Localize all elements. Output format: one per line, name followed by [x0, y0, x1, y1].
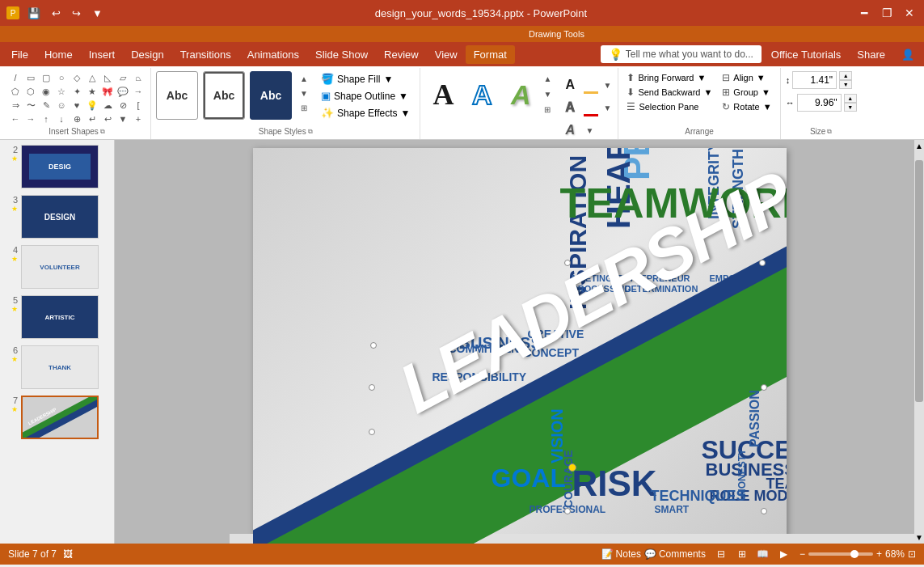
customize-qat-button[interactable]: ▼: [89, 6, 106, 21]
wordart-scroll-up[interactable]: ▲: [542, 71, 553, 86]
slide-thumb-4[interactable]: 4 ★ VOLUNTEER: [3, 243, 111, 290]
rotation-handle[interactable]: [568, 463, 576, 472]
slide-thumb-5[interactable]: 5 ★ ARTISTIC: [3, 294, 111, 341]
minimize-button[interactable]: ━: [856, 5, 872, 21]
oval-shape[interactable]: ○: [54, 71, 69, 84]
star-shape[interactable]: ☆: [54, 85, 69, 98]
no-sym[interactable]: ⊘: [116, 99, 130, 112]
size-expand[interactable]: ⧉: [827, 128, 832, 136]
undo-button[interactable]: ↩: [49, 6, 64, 21]
v-scrollbar[interactable]: ▲ ▼: [914, 140, 924, 544]
office-tutorials-button[interactable]: Office Tutorials: [765, 45, 847, 64]
width-spin-up[interactable]: ▲: [844, 94, 857, 103]
tab-view[interactable]: View: [427, 45, 466, 64]
share-icon[interactable]: 👤: [895, 45, 921, 64]
diamond-shape[interactable]: ◇: [70, 71, 84, 84]
wordart-expand[interactable]: ⊞: [542, 102, 553, 116]
uturn-arr[interactable]: ↩: [100, 112, 115, 125]
share-button[interactable]: Share: [850, 45, 892, 64]
wordart-a-shadow[interactable]: A: [503, 71, 538, 118]
tell-me-input[interactable]: 💡 Tell me what you want to do...: [601, 45, 762, 63]
left-arr[interactable]: ←: [8, 112, 23, 125]
shape-styles-expand[interactable]: ⧉: [308, 128, 313, 136]
bent-arr[interactable]: ↵: [85, 112, 99, 125]
height-spin-down[interactable]: ▼: [839, 80, 852, 89]
tab-review[interactable]: Review: [376, 45, 427, 64]
selection-pane-button[interactable]: ☰ Selection Pane: [623, 100, 715, 113]
right-tri-shape[interactable]: ◺: [100, 71, 115, 84]
height-spin-up[interactable]: ▲: [839, 71, 852, 80]
slide-sorter-btn[interactable]: ⊞: [733, 547, 751, 561]
style-preset-1[interactable]: Abc: [156, 71, 198, 120]
freeform-shape[interactable]: ✎: [39, 99, 53, 112]
down-arr[interactable]: ↓: [54, 112, 69, 125]
scroll-thumb[interactable]: [915, 160, 923, 402]
styles-expand[interactable]: ⊞: [298, 100, 310, 115]
tab-animations[interactable]: Animations: [239, 45, 307, 64]
lightbulb-shape[interactable]: 💡: [85, 99, 99, 112]
callout-shape[interactable]: 💬: [116, 85, 130, 98]
tab-transitions[interactable]: Transitions: [172, 45, 239, 64]
tab-file[interactable]: File: [3, 45, 36, 64]
shape-fill-button[interactable]: 🪣 Shape Fill ▼: [316, 71, 415, 87]
text-outline-arrow[interactable]: ▼: [601, 100, 613, 115]
style-preset-2[interactable]: Abc: [203, 71, 245, 120]
slide-thumb-6[interactable]: 6 ★ THANK: [3, 344, 111, 391]
width-input[interactable]: [797, 94, 842, 112]
reading-view-btn[interactable]: 📖: [754, 547, 772, 561]
slide-thumb-3[interactable]: 3 ★ DESIGN: [3, 193, 111, 240]
restore-button[interactable]: ❐: [879, 5, 895, 21]
zoom-in-btn[interactable]: +: [876, 548, 882, 560]
ribbon-shape[interactable]: 🎀: [100, 85, 115, 98]
5star-shape[interactable]: ★: [85, 85, 99, 98]
smface-shape[interactable]: ☺: [54, 99, 69, 112]
scroll-down-btn[interactable]: ▼: [913, 531, 924, 544]
wordart-a-outline[interactable]: A: [464, 71, 500, 118]
scroll-up-btn[interactable]: ▲: [913, 140, 924, 152]
fit-btn[interactable]: ⊡: [908, 548, 916, 560]
rotate-button[interactable]: ↻ Rotate ▼: [719, 100, 774, 113]
notes-button[interactable]: 📝 Notes: [601, 548, 641, 560]
width-spin-down[interactable]: ▼: [844, 103, 857, 112]
bring-forward-button[interactable]: ⬆ Bring Forward ▼: [623, 71, 715, 84]
rounded-rect-shape[interactable]: ▢: [39, 71, 53, 84]
style-preset-3[interactable]: Abc: [250, 71, 292, 120]
tab-slideshow[interactable]: Slide Show: [307, 45, 376, 64]
zoom-out-btn[interactable]: −: [800, 548, 805, 560]
redo-button[interactable]: ↪: [69, 6, 84, 21]
slideshow-btn[interactable]: ▶: [775, 547, 793, 561]
up-arr[interactable]: ↑: [39, 112, 53, 125]
text-effects-button[interactable]: A: [559, 120, 580, 141]
text-fill-arrow[interactable]: ▼: [601, 78, 613, 92]
heart-shape[interactable]: ♥: [70, 99, 84, 112]
triangle-shape[interactable]: △: [85, 71, 99, 84]
zoom-thumb[interactable]: [850, 550, 859, 558]
normal-view-btn[interactable]: ⊟: [712, 547, 730, 561]
tab-insert[interactable]: Insert: [81, 45, 124, 64]
styles-scroll-up[interactable]: ▲: [298, 71, 310, 86]
line-shape[interactable]: /: [8, 71, 23, 84]
align-button[interactable]: ⊟ Align ▼: [719, 71, 774, 84]
save-button[interactable]: 💾: [24, 6, 44, 21]
send-backward-button[interactable]: ⬇ Send Backward ▼: [623, 86, 715, 99]
right-arr[interactable]: →: [23, 112, 38, 125]
parallelogram-shape[interactable]: ▱: [116, 71, 130, 84]
shape-outline-button[interactable]: ▣ Shape Outline ▼: [316, 88, 415, 104]
comments-button[interactable]: 💬 Comments: [644, 548, 706, 560]
text-outline-button[interactable]: A: [559, 97, 580, 118]
block-arrow[interactable]: ⇒: [8, 99, 23, 112]
close-button[interactable]: ✕: [901, 5, 918, 21]
quad-arr[interactable]: ⊕: [70, 112, 84, 125]
hex-shape[interactable]: ⬡: [23, 85, 38, 98]
text-fill-button[interactable]: A: [559, 74, 580, 95]
zoom-slider[interactable]: [808, 552, 873, 556]
tab-format[interactable]: Format: [466, 45, 515, 64]
hept-shape[interactable]: ◉: [39, 85, 53, 98]
shape-effects-button[interactable]: ✨ Shape Effects ▼: [316, 105, 415, 121]
curve-shape[interactable]: 〜: [23, 99, 38, 112]
rect-shape[interactable]: ▭: [23, 71, 38, 84]
slide-canvas[interactable]: TEAMWORK PEOPLE HEART INTEGRITY STRENGTH…: [253, 148, 787, 544]
4star-shape[interactable]: ✦: [70, 85, 84, 98]
canvas-area[interactable]: ▲ ▼ TEAMWORK PEOPLE HEART INTEGRITY STRE…: [115, 140, 924, 544]
more-shapes[interactable]: ▼: [116, 112, 130, 125]
